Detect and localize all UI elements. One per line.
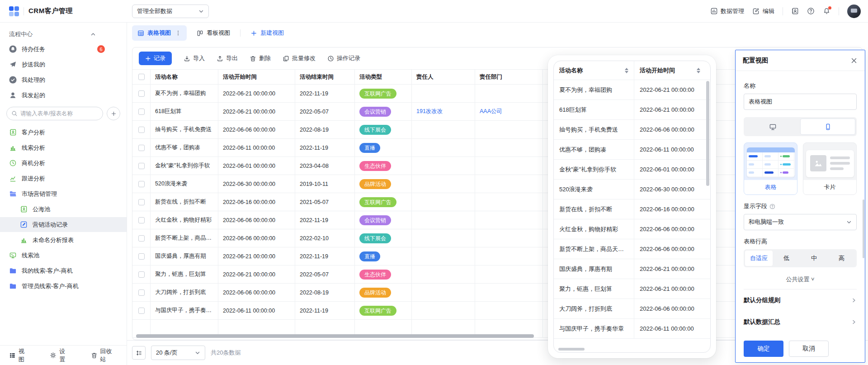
preview-row[interactable]: 新货不断上架，商品天… 2022-06-06 00:00:00: [554, 239, 710, 259]
row-checkbox[interactable]: [138, 253, 145, 260]
default-group-rule-row[interactable]: 默认分组规则: [744, 289, 857, 311]
preview-row[interactable]: 国庆盛典，厚惠有期 2022-06-21 00:00:00: [554, 259, 710, 279]
sidebar-item-marketing-activity-records[interactable]: 营销活动记录: [0, 217, 127, 232]
row-checkbox[interactable]: [138, 181, 145, 187]
preview-row[interactable]: 与国庆甲子，携手奏华章 2022-06-11 00:00:00: [554, 319, 710, 339]
row-checkbox[interactable]: [138, 235, 145, 242]
sidebar-item-processed-by-me[interactable]: 我处理的: [0, 72, 127, 87]
column-header-activity-type[interactable]: 活动类型: [355, 70, 412, 84]
column-header-end-time[interactable]: 活动结束时间: [295, 70, 355, 84]
delete-button[interactable]: 删除: [250, 54, 271, 62]
add-record-button[interactable]: 记录: [139, 52, 172, 65]
display-fields-select[interactable]: 和电脑端一致: [744, 214, 857, 230]
sort-arrows-icon[interactable]: [625, 68, 628, 73]
config-scrollbar[interactable]: [863, 199, 864, 258]
notification-button[interactable]: [823, 7, 830, 15]
sidebar-item-public-sea-pool[interactable]: 公海池: [0, 202, 127, 217]
confirm-button[interactable]: 确定: [744, 341, 783, 357]
preview-column-activity-name[interactable]: 活动名称: [554, 61, 634, 80]
select-all-checkbox[interactable]: [138, 74, 145, 80]
preview-horizontal-scrollbar[interactable]: [558, 348, 585, 351]
column-header-owner-dept[interactable]: 责任部门: [475, 70, 543, 84]
row-height-button[interactable]: [132, 346, 146, 360]
more-options-icon[interactable]: [175, 30, 181, 36]
row-checkbox[interactable]: [138, 109, 145, 115]
sidebar-item-started-by-me[interactable]: 我发起的: [0, 88, 127, 103]
row-checkbox[interactable]: [138, 199, 145, 205]
preview-row[interactable]: 520浪漫来袭 2022-06-30 00:00:00: [554, 180, 710, 199]
mobile-toggle[interactable]: [800, 119, 855, 135]
row-checkbox[interactable]: [138, 289, 145, 296]
export-button[interactable]: 导出: [217, 54, 238, 62]
settings-button[interactable]: 设置: [50, 347, 71, 364]
sidebar-item-todo-tasks[interactable]: 待办任务 6: [0, 42, 127, 57]
batch-edit-button[interactable]: 批量修改: [283, 54, 316, 62]
row-checkbox[interactable]: [138, 127, 145, 133]
row-checkbox[interactable]: [138, 90, 145, 97]
row-checkbox[interactable]: [138, 271, 145, 278]
preview-row[interactable]: 火红金秋，购物好精彩 2022-06-06 00:00:00: [554, 219, 710, 239]
contacts-button[interactable]: [791, 7, 799, 15]
sidebar-item-followup-analysis[interactable]: 跟进分析: [0, 171, 127, 186]
close-icon[interactable]: [850, 57, 858, 64]
column-header-owner[interactable]: 责任人: [412, 70, 475, 84]
import-button[interactable]: 导入: [184, 54, 205, 62]
preview-row[interactable]: 618巨划算 2022-06-21 00:00:00: [554, 100, 710, 120]
sidebar-item-cc-to-me[interactable]: 抄送我的: [0, 57, 127, 72]
views-button[interactable]: 视图: [9, 347, 30, 364]
sidebar-item-marketing-management[interactable]: 市场营销管理: [0, 186, 127, 201]
row-height-auto[interactable]: 自适应: [745, 251, 773, 266]
sidebar-item-lead-pool[interactable]: 线索池: [0, 248, 127, 263]
preview-vertical-scrollbar[interactable]: [706, 81, 709, 186]
data-scope-select[interactable]: 管理全部数据: [132, 5, 209, 18]
owner-dept-link[interactable]: AAA公司: [480, 108, 502, 115]
user-avatar[interactable]: [847, 5, 861, 18]
row-checkbox[interactable]: [138, 163, 145, 169]
tab-table-view[interactable]: 表格视图: [132, 25, 187, 41]
sidebar-item-opportunity-analysis[interactable]: 商机分析: [0, 156, 127, 171]
row-checkbox[interactable]: [138, 308, 145, 314]
preview-column-start-time[interactable]: 活动开始时间: [634, 61, 710, 80]
data-manage-button[interactable]: 数据管理: [710, 7, 744, 15]
preview-row[interactable]: 金秋"豪"礼拿到你手软 2022-06-01 00:00:00: [554, 160, 710, 180]
form-search-input[interactable]: [20, 110, 98, 117]
view-type-table-card[interactable]: 表格: [744, 142, 797, 195]
view-type-card-card[interactable]: 卡片: [803, 142, 857, 195]
row-height-high[interactable]: 高: [828, 251, 855, 266]
column-header-start-time[interactable]: 活动开始时间: [218, 70, 295, 84]
column-header-activity-name[interactable]: 活动名称: [151, 70, 218, 84]
view-name-input[interactable]: [744, 94, 857, 110]
new-view-button[interactable]: 新建视图: [245, 25, 289, 41]
sidebar-item-my-leads-customers[interactable]: 我的线索-客户-商机: [0, 263, 127, 278]
cancel-button[interactable]: 取消: [789, 341, 829, 357]
tab-kanban-view[interactable]: 看板视图: [191, 25, 236, 41]
row-checkbox[interactable]: [138, 217, 145, 223]
preview-row[interactable]: 夏不为例，幸福团购 2022-06-21 00:00:00: [554, 80, 710, 100]
page-size-select[interactable]: 20 条/页: [151, 346, 205, 360]
sidebar-item-unnamed-analysis-report[interactable]: 未命名分析报表: [0, 232, 127, 247]
sidebar-item-admin-leads-customers[interactable]: 管理员线索-客户-商机: [0, 279, 127, 294]
owner-link[interactable]: 191改改改: [416, 108, 443, 115]
help-button[interactable]: [807, 7, 815, 15]
sort-arrows-icon[interactable]: [697, 68, 700, 73]
default-data-summary-row[interactable]: 默认数据汇总: [744, 311, 857, 333]
sidebar-section-process-center[interactable]: 流程中心: [0, 27, 127, 42]
operation-log-button[interactable]: 操作记录: [327, 54, 360, 62]
sidebar-item-customer-analysis[interactable]: 客户分析: [0, 125, 127, 140]
desktop-toggle[interactable]: [745, 119, 800, 135]
edit-button[interactable]: 编辑: [752, 7, 774, 15]
preview-row[interactable]: 聚力，钜惠，巨划算 2022-06-21 00:00:00: [554, 279, 710, 299]
preview-row[interactable]: 大刀阔斧，打折到底 2022-06-06 00:00:00: [554, 299, 710, 319]
preview-row[interactable]: 优惠不够，团购凑 2022-06-11 00:00:00: [554, 140, 710, 160]
recycle-bin-button[interactable]: 回收站: [91, 347, 118, 364]
sidebar-item-lead-analysis[interactable]: 线索分析: [0, 140, 127, 155]
row-height-low[interactable]: 低: [773, 251, 800, 266]
preview-row[interactable]: 抽号购买，手机免费送 2022-06-06 00:00:00: [554, 120, 710, 140]
row-checkbox[interactable]: [138, 145, 145, 151]
form-search-box[interactable]: [6, 107, 103, 120]
horizontal-scrollbar[interactable]: [136, 334, 534, 338]
add-form-button[interactable]: [107, 107, 120, 120]
row-height-medium[interactable]: 中: [800, 251, 828, 266]
preview-row[interactable]: 新货在线，折扣不断 2022-06-16 00:00:00: [554, 199, 710, 219]
common-settings-toggle[interactable]: 公共设置 ˅: [744, 275, 857, 284]
